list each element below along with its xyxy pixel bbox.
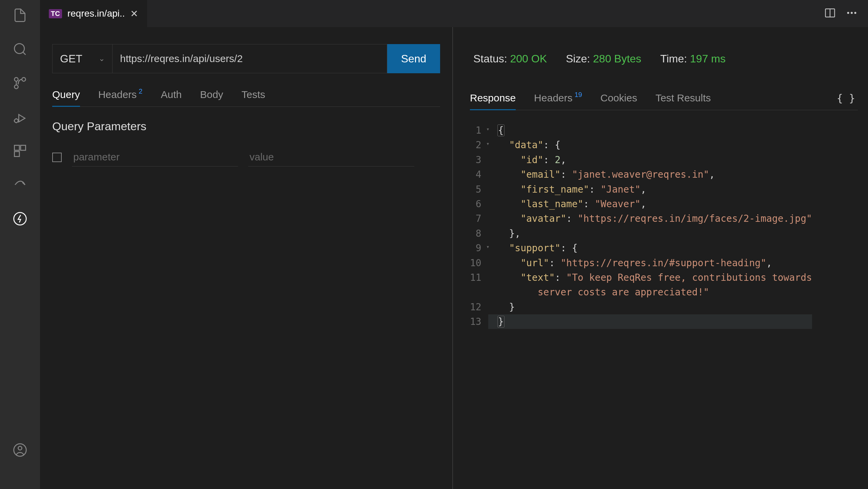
tab-headers[interactable]: Headers 2 [98, 83, 143, 106]
close-icon[interactable]: ✕ [130, 8, 138, 19]
svg-marker-5 [19, 115, 25, 122]
account-icon[interactable] [12, 442, 28, 458]
response-panel: Status: 200 OK Size: 280 Bytes Time: 197… [453, 27, 868, 489]
param-value-input[interactable] [248, 148, 414, 167]
debug-icon[interactable] [12, 109, 28, 125]
split-editor-icon[interactable] [824, 7, 836, 20]
status-stat: Status: 200 OK [473, 53, 547, 65]
svg-point-3 [15, 85, 18, 89]
svg-point-15 [847, 12, 849, 14]
tab-test-results[interactable]: Test Results [655, 86, 711, 110]
main-area: TC reqres.in/api.. ✕ GET ⌄ Send [40, 0, 868, 489]
size-stat: Size: 280 Bytes [566, 53, 641, 65]
svg-point-10 [14, 213, 26, 225]
query-params-heading: Query Parameters [52, 120, 440, 133]
tab-badge: TC [49, 9, 62, 18]
more-icon[interactable] [846, 7, 858, 20]
send-button[interactable]: Send [387, 44, 440, 73]
extensions-icon[interactable] [12, 142, 28, 159]
editor-tab-bar: TC reqres.in/api.. ✕ [40, 0, 868, 27]
svg-point-4 [15, 78, 18, 81]
response-subtabs: Response Headers 19 Cookies Test Results… [470, 86, 858, 110]
tab-response[interactable]: Response [470, 86, 516, 110]
svg-rect-7 [15, 145, 20, 151]
param-name-input[interactable] [72, 148, 238, 167]
request-bar: GET ⌄ Send [52, 44, 440, 73]
activity-bar [0, 0, 40, 489]
svg-rect-8 [21, 145, 26, 151]
format-json-icon[interactable]: { } [837, 92, 858, 104]
tab-query[interactable]: Query [52, 83, 80, 106]
svg-rect-9 [15, 152, 20, 157]
svg-point-17 [854, 12, 856, 14]
content-split: GET ⌄ Send Query Headers 2 Auth Body Tes… [40, 27, 868, 489]
tab-auth[interactable]: Auth [161, 83, 182, 106]
headers-count-badge: 2 [139, 87, 142, 95]
method-value: GET [60, 53, 82, 65]
svg-point-6 [15, 119, 18, 123]
url-input[interactable] [113, 44, 387, 73]
share-icon[interactable] [12, 176, 28, 193]
response-stats: Status: 200 OK Size: 280 Bytes Time: 197… [470, 44, 858, 73]
tab-cookies[interactable]: Cookies [600, 86, 637, 110]
request-panel: GET ⌄ Send Query Headers 2 Auth Body Tes… [40, 27, 453, 489]
svg-line-1 [23, 52, 26, 55]
tab-title: reqres.in/api.. [67, 8, 125, 19]
resp-headers-count-badge: 19 [575, 91, 582, 99]
time-stat: Time: 197 ms [660, 53, 726, 65]
json-response-viewer[interactable]: 1234567891011 1213 { "data": { "id": 2, … [470, 123, 858, 329]
tab-resp-headers[interactable]: Headers 19 [534, 86, 582, 110]
chevron-down-icon: ⌄ [99, 54, 105, 63]
search-icon[interactable] [12, 41, 28, 58]
svg-point-12 [18, 446, 22, 450]
editor-tab[interactable]: TC reqres.in/api.. ✕ [40, 0, 147, 27]
request-subtabs: Query Headers 2 Auth Body Tests [52, 83, 440, 107]
svg-point-16 [851, 12, 853, 14]
tab-tests[interactable]: Tests [241, 83, 265, 106]
tab-body[interactable]: Body [200, 83, 223, 106]
http-method-select[interactable]: GET ⌄ [52, 44, 113, 73]
param-row [52, 148, 440, 167]
source-control-icon[interactable] [12, 75, 28, 92]
svg-point-2 [22, 78, 26, 81]
param-checkbox[interactable] [52, 153, 62, 162]
svg-point-0 [15, 44, 24, 54]
thunder-client-icon[interactable] [12, 210, 28, 227]
files-icon[interactable] [12, 7, 28, 24]
